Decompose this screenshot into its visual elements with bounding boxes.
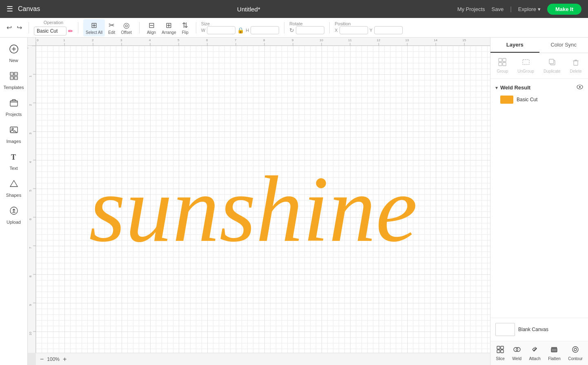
svg-text:14: 14: [434, 38, 437, 42]
svg-text:4: 4: [29, 161, 32, 163]
projects-icon: [9, 98, 19, 110]
slice-button[interactable]: Slice: [493, 344, 507, 363]
svg-text:1: 1: [63, 38, 65, 42]
edit-button[interactable]: ✂ Edit: [106, 19, 118, 36]
lock-icon: 🔒: [237, 27, 244, 33]
svg-text:1: 1: [29, 75, 32, 77]
toolbar-separator-5: [284, 22, 284, 33]
weld-result-title: Weld Result: [500, 85, 574, 91]
flatten-button[interactable]: Flatten: [546, 344, 563, 363]
flip-button[interactable]: ⇅ Flip: [180, 19, 191, 36]
new-icon: [9, 44, 19, 56]
sidebar-item-new-label: New: [9, 58, 18, 63]
sidebar-item-new[interactable]: New: [2, 41, 25, 66]
svg-point-89: [574, 348, 577, 351]
group-button[interactable]: Group: [494, 56, 512, 75]
svg-rect-70: [499, 62, 502, 66]
height-label: H: [246, 28, 249, 33]
offset-button[interactable]: ◎ Offset: [118, 19, 134, 36]
document-title[interactable]: Untitled*: [237, 6, 260, 13]
canvas-logo: Canvas: [18, 5, 40, 13]
sidebar-item-shapes[interactable]: Shapes: [2, 176, 25, 201]
tab-color-sync[interactable]: Color Sync: [539, 38, 588, 53]
svg-text:2: 2: [92, 38, 94, 42]
svg-rect-3: [10, 72, 13, 76]
layers-list: ▾ Weld Result sun Basic Cut: [490, 79, 588, 318]
svg-text:T: T: [11, 153, 16, 161]
text-icon: T: [9, 152, 19, 164]
sidebar-item-images[interactable]: Images: [2, 122, 25, 147]
width-input[interactable]: [207, 26, 235, 34]
nav-divider: |: [510, 6, 512, 12]
toolbar-separator-6: [329, 22, 330, 33]
main-area: New Templates Projects Images T Text: [0, 38, 588, 365]
duplicate-button[interactable]: Duplicate: [540, 56, 564, 75]
redo-button[interactable]: ↪: [15, 22, 24, 33]
x-label: X: [335, 28, 337, 33]
my-projects-link[interactable]: My Projects: [457, 6, 485, 12]
slice-icon: [496, 345, 504, 355]
weld-result-header[interactable]: ▾ Weld Result: [490, 82, 588, 93]
operation-select[interactable]: Basic Cut: [34, 27, 67, 36]
menu-icon[interactable]: ☰: [7, 4, 13, 13]
sunshine-design[interactable]: sunshine: [86, 133, 420, 272]
rotate-input[interactable]: [296, 26, 324, 34]
canvas-area[interactable]: 0 1 2 3 4 5 6 7 8: [28, 38, 490, 365]
weld-icon: [513, 345, 521, 355]
undo-button[interactable]: ↩: [5, 22, 13, 33]
svg-rect-7: [10, 101, 18, 106]
make-it-button[interactable]: Make It: [547, 4, 581, 15]
svg-text:0: 0: [37, 38, 39, 42]
slice-label: Slice: [496, 356, 505, 361]
delete-button[interactable]: Delete: [567, 56, 585, 75]
pen-icon: ✏: [68, 28, 73, 34]
align-button[interactable]: ⊟ Align: [144, 19, 158, 36]
contour-icon: [571, 345, 579, 355]
attach-icon: [531, 345, 539, 355]
svg-text:11: 11: [348, 38, 352, 42]
sidebar-item-upload[interactable]: Upload: [2, 203, 25, 228]
attach-button[interactable]: Attach: [526, 344, 543, 363]
svg-rect-74: [549, 59, 554, 64]
zoom-out-button[interactable]: −: [40, 356, 44, 363]
sidebar-item-templates[interactable]: Templates: [2, 68, 25, 93]
ungroup-button[interactable]: UnGroup: [514, 56, 537, 75]
zoom-level: 100%: [47, 356, 60, 362]
x-input[interactable]: [339, 26, 368, 34]
rotate-label: Rotate: [289, 21, 324, 26]
width-label: W: [201, 28, 205, 33]
eye-icon[interactable]: [577, 84, 583, 91]
svg-rect-6: [14, 76, 18, 80]
left-sidebar: New Templates Projects Images T Text: [0, 38, 28, 365]
svg-rect-81: [501, 346, 504, 349]
tab-layers[interactable]: Layers: [490, 38, 539, 53]
blank-canvas-thumbnail: [495, 323, 515, 336]
delete-label: Delete: [570, 69, 582, 73]
weld-button[interactable]: Weld: [510, 344, 524, 363]
svg-rect-83: [501, 350, 504, 353]
sidebar-item-upload-label: Upload: [7, 220, 21, 225]
blank-canvas-label: Blank Canvas: [518, 327, 548, 332]
save-button[interactable]: Save: [492, 6, 504, 12]
select-all-button[interactable]: ⊞ Select All: [83, 19, 105, 36]
toolbar: ↩ ↪ Operation Basic Cut ✏ ⊞ Select All ✂…: [0, 18, 588, 38]
sidebar-item-projects[interactable]: Projects: [2, 95, 25, 120]
contour-button[interactable]: Contour: [566, 344, 585, 363]
sidebar-item-text[interactable]: T Text: [2, 149, 25, 174]
top-navigation: ☰ Canvas Untitled* My Projects Save | Ex…: [0, 0, 588, 18]
toolbar-separator-2: [78, 22, 78, 33]
svg-rect-68: [499, 58, 502, 62]
position-label: Position: [335, 21, 403, 26]
svg-text:6: 6: [206, 38, 208, 42]
svg-rect-75: [574, 61, 578, 65]
y-input[interactable]: [374, 26, 403, 34]
layer-item-basic-cut[interactable]: sun Basic Cut: [490, 93, 588, 106]
zoom-in-button[interactable]: +: [63, 356, 67, 363]
sidebar-item-images-label: Images: [6, 139, 21, 144]
svg-text:0: 0: [28, 47, 29, 49]
arrange-button[interactable]: ⊞ Arrange: [159, 19, 179, 36]
height-input[interactable]: [251, 26, 279, 34]
explore-button[interactable]: Explore ▾: [518, 6, 541, 12]
operation-label: Operation: [44, 20, 63, 25]
toolbar-separator-1: [29, 22, 29, 33]
